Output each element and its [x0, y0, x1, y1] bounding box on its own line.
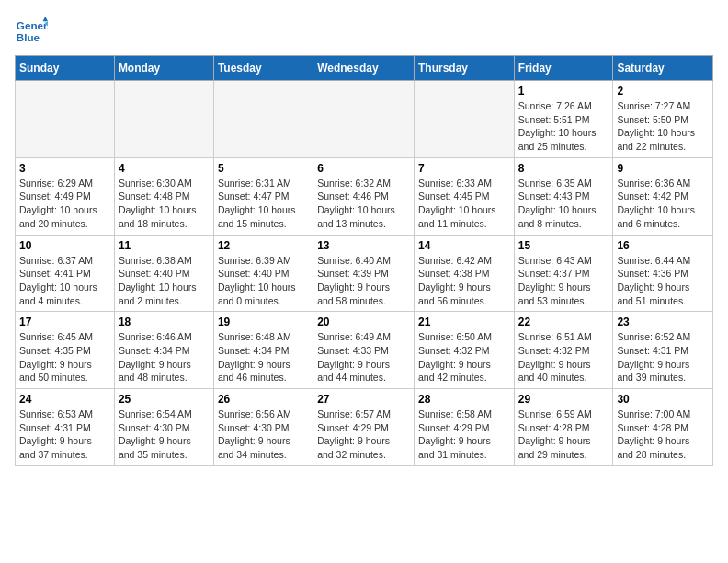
day-number: 18: [119, 316, 210, 328]
svg-text:Blue: Blue: [17, 31, 40, 43]
day-info: Sunrise: 6:38 AM Sunset: 4:40 PM Dayligh…: [119, 254, 210, 308]
day-number: 4: [119, 162, 210, 175]
day-info: Sunrise: 6:37 AM Sunset: 4:41 PM Dayligh…: [19, 254, 110, 308]
day-info: Sunrise: 6:58 AM Sunset: 4:29 PM Dayligh…: [418, 408, 510, 462]
calendar-week-row: 17Sunrise: 6:45 AM Sunset: 4:35 PM Dayli…: [16, 312, 713, 389]
day-info: Sunrise: 6:45 AM Sunset: 4:35 PM Dayligh…: [19, 330, 110, 385]
calendar-cell: 26Sunrise: 6:56 AM Sunset: 4:30 PM Dayli…: [213, 389, 313, 466]
calendar-cell: [213, 81, 313, 158]
day-info: Sunrise: 7:27 AM Sunset: 5:50 PM Dayligh…: [617, 99, 709, 154]
day-number: 14: [418, 239, 510, 252]
weekday-header: Monday: [114, 56, 213, 81]
calendar-cell: 2Sunrise: 7:27 AM Sunset: 5:50 PM Daylig…: [613, 81, 713, 158]
day-number: 16: [617, 239, 709, 252]
day-number: 12: [218, 239, 309, 252]
day-number: 2: [617, 85, 709, 98]
calendar-week-row: 24Sunrise: 6:53 AM Sunset: 4:31 PM Dayli…: [16, 389, 713, 466]
day-number: 27: [317, 393, 410, 406]
calendar-cell: 14Sunrise: 6:42 AM Sunset: 4:38 PM Dayli…: [414, 235, 514, 312]
day-number: 28: [418, 393, 510, 406]
day-number: 26: [218, 393, 309, 406]
day-info: Sunrise: 6:36 AM Sunset: 4:42 PM Dayligh…: [617, 177, 709, 231]
calendar-cell: 22Sunrise: 6:51 AM Sunset: 4:32 PM Dayli…: [514, 312, 613, 389]
weekday-header: Saturday: [613, 56, 713, 81]
calendar-cell: 12Sunrise: 6:39 AM Sunset: 4:40 PM Dayli…: [213, 235, 313, 312]
calendar-cell: 18Sunrise: 6:46 AM Sunset: 4:34 PM Dayli…: [114, 312, 213, 389]
day-info: Sunrise: 6:39 AM Sunset: 4:40 PM Dayligh…: [218, 254, 309, 308]
day-info: Sunrise: 7:00 AM Sunset: 4:28 PM Dayligh…: [617, 408, 709, 462]
day-info: Sunrise: 6:52 AM Sunset: 4:31 PM Dayligh…: [617, 330, 709, 385]
page-header: General Blue: [15, 15, 713, 48]
calendar-cell: 28Sunrise: 6:58 AM Sunset: 4:29 PM Dayli…: [414, 389, 514, 466]
weekday-header: Wednesday: [313, 56, 415, 81]
calendar-cell: 23Sunrise: 6:52 AM Sunset: 4:31 PM Dayli…: [613, 312, 713, 389]
day-info: Sunrise: 6:40 AM Sunset: 4:39 PM Dayligh…: [317, 254, 410, 308]
day-info: Sunrise: 6:29 AM Sunset: 4:49 PM Dayligh…: [19, 177, 110, 231]
weekday-header: Thursday: [414, 56, 514, 81]
day-number: 7: [418, 162, 510, 175]
calendar-cell: 1Sunrise: 7:26 AM Sunset: 5:51 PM Daylig…: [514, 81, 613, 158]
day-info: Sunrise: 6:33 AM Sunset: 4:45 PM Dayligh…: [418, 177, 510, 231]
calendar-cell: [414, 81, 514, 158]
day-number: 8: [518, 162, 609, 175]
day-info: Sunrise: 6:56 AM Sunset: 4:30 PM Dayligh…: [218, 408, 309, 462]
calendar-cell: 9Sunrise: 6:36 AM Sunset: 4:42 PM Daylig…: [613, 157, 713, 235]
calendar-cell: 16Sunrise: 6:44 AM Sunset: 4:36 PM Dayli…: [613, 235, 713, 312]
calendar-cell: 29Sunrise: 6:59 AM Sunset: 4:28 PM Dayli…: [514, 389, 613, 466]
day-number: 1: [518, 85, 609, 98]
calendar-cell: 30Sunrise: 7:00 AM Sunset: 4:28 PM Dayli…: [613, 389, 713, 466]
day-number: 20: [317, 316, 410, 328]
calendar-cell: 8Sunrise: 6:35 AM Sunset: 4:43 PM Daylig…: [514, 157, 613, 235]
calendar-cell: 15Sunrise: 6:43 AM Sunset: 4:37 PM Dayli…: [514, 235, 613, 312]
day-info: Sunrise: 7:26 AM Sunset: 5:51 PM Dayligh…: [518, 99, 609, 154]
day-info: Sunrise: 6:32 AM Sunset: 4:46 PM Dayligh…: [317, 177, 410, 231]
day-number: 5: [218, 162, 309, 175]
calendar-week-row: 3Sunrise: 6:29 AM Sunset: 4:49 PM Daylig…: [16, 157, 713, 235]
day-number: 15: [518, 239, 609, 252]
day-number: 22: [518, 316, 609, 328]
calendar-cell: 4Sunrise: 6:30 AM Sunset: 4:48 PM Daylig…: [114, 157, 213, 235]
day-info: Sunrise: 6:44 AM Sunset: 4:36 PM Dayligh…: [617, 254, 709, 308]
calendar-cell: 21Sunrise: 6:50 AM Sunset: 4:32 PM Dayli…: [414, 312, 514, 389]
day-info: Sunrise: 6:59 AM Sunset: 4:28 PM Dayligh…: [518, 408, 609, 462]
day-number: 30: [617, 393, 709, 406]
calendar-cell: 5Sunrise: 6:31 AM Sunset: 4:47 PM Daylig…: [213, 157, 313, 235]
day-number: 10: [19, 239, 110, 252]
calendar-cell: 10Sunrise: 6:37 AM Sunset: 4:41 PM Dayli…: [16, 235, 115, 312]
day-info: Sunrise: 6:57 AM Sunset: 4:29 PM Dayligh…: [317, 408, 410, 462]
day-info: Sunrise: 6:50 AM Sunset: 4:32 PM Dayligh…: [418, 330, 510, 385]
weekday-header: Friday: [514, 56, 613, 81]
calendar-week-row: 10Sunrise: 6:37 AM Sunset: 4:41 PM Dayli…: [16, 235, 713, 312]
day-number: 25: [119, 393, 210, 406]
calendar-cell: 25Sunrise: 6:54 AM Sunset: 4:30 PM Dayli…: [114, 389, 213, 466]
day-number: 24: [19, 393, 110, 406]
day-info: Sunrise: 6:49 AM Sunset: 4:33 PM Dayligh…: [317, 330, 410, 385]
calendar-week-row: 1Sunrise: 7:26 AM Sunset: 5:51 PM Daylig…: [16, 81, 713, 158]
calendar-cell: 24Sunrise: 6:53 AM Sunset: 4:31 PM Dayli…: [16, 389, 115, 466]
day-number: 17: [19, 316, 110, 328]
day-info: Sunrise: 6:42 AM Sunset: 4:38 PM Dayligh…: [418, 254, 510, 308]
calendar-cell: [114, 81, 213, 158]
day-number: 3: [19, 162, 110, 175]
day-info: Sunrise: 6:30 AM Sunset: 4:48 PM Dayligh…: [119, 177, 210, 231]
calendar-cell: 13Sunrise: 6:40 AM Sunset: 4:39 PM Dayli…: [313, 235, 415, 312]
calendar-cell: 11Sunrise: 6:38 AM Sunset: 4:40 PM Dayli…: [114, 235, 213, 312]
day-info: Sunrise: 6:51 AM Sunset: 4:32 PM Dayligh…: [518, 330, 609, 385]
calendar-cell: 20Sunrise: 6:49 AM Sunset: 4:33 PM Dayli…: [313, 312, 415, 389]
calendar-header-row: SundayMondayTuesdayWednesdayThursdayFrid…: [16, 56, 713, 81]
calendar-cell: 17Sunrise: 6:45 AM Sunset: 4:35 PM Dayli…: [16, 312, 115, 389]
day-info: Sunrise: 6:43 AM Sunset: 4:37 PM Dayligh…: [518, 254, 609, 308]
calendar-cell: 6Sunrise: 6:32 AM Sunset: 4:46 PM Daylig…: [313, 157, 415, 235]
logo: General Blue: [15, 15, 48, 48]
weekday-header: Sunday: [16, 56, 115, 81]
day-info: Sunrise: 6:48 AM Sunset: 4:34 PM Dayligh…: [218, 330, 309, 385]
day-number: 11: [119, 239, 210, 252]
calendar-cell: 19Sunrise: 6:48 AM Sunset: 4:34 PM Dayli…: [213, 312, 313, 389]
logo-icon: General Blue: [15, 15, 48, 48]
calendar-table: SundayMondayTuesdayWednesdayThursdayFrid…: [15, 55, 713, 466]
calendar-cell: 3Sunrise: 6:29 AM Sunset: 4:49 PM Daylig…: [16, 157, 115, 235]
day-number: 19: [218, 316, 309, 328]
calendar-cell: [313, 81, 415, 158]
day-number: 29: [518, 393, 609, 406]
calendar-cell: 27Sunrise: 6:57 AM Sunset: 4:29 PM Dayli…: [313, 389, 415, 466]
